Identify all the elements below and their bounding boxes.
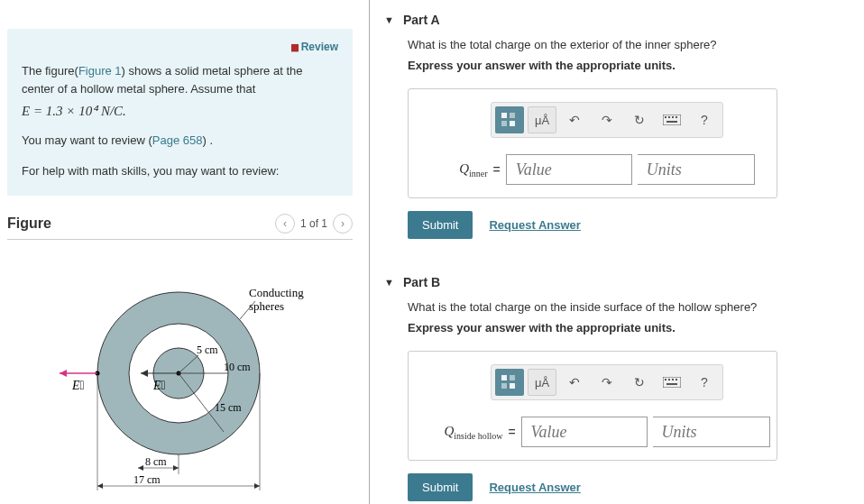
equals-sign: = (493, 162, 501, 177)
collapse-icon: ▼ (384, 277, 394, 288)
svg-rect-35 (501, 383, 507, 389)
next-figure-button[interactable]: › (333, 214, 353, 234)
keyboard-button[interactable] (657, 106, 686, 133)
svg-rect-39 (668, 379, 670, 380)
part-b-units-input[interactable] (653, 417, 770, 447)
svg-rect-29 (668, 116, 670, 118)
part-a-answer-box: μÅ ↶ ↷ ↻ ? Qinner = (408, 88, 777, 198)
part-b-body: What is the total charge on the inside s… (381, 297, 853, 504)
e-vector-inner-label: E⃗ (152, 379, 166, 392)
help-button[interactable]: ? (690, 369, 719, 396)
svg-rect-27 (663, 115, 681, 125)
figure-diagram: E⃗ E⃗ 5 cm 10 cm 15 cm Conducting sphere… (7, 247, 353, 502)
figure-header: Figure ‹ 1 of 1 › (7, 214, 353, 240)
radius-15cm: 15 cm (215, 401, 242, 414)
part-b-title: Part B (403, 275, 440, 289)
left-panel: ▮▮ Review The figure(Figure 1) shows a s… (0, 0, 370, 504)
collapse-icon: ▼ (384, 14, 394, 25)
part-a-submit-button[interactable]: Submit (408, 211, 473, 239)
units-button[interactable]: μÅ (528, 369, 556, 396)
figure-link[interactable]: Figure 1 (78, 64, 122, 78)
svg-rect-25 (501, 121, 507, 126)
part-a-instruction: Express your answer with the appropriate… (408, 59, 853, 72)
templates-button[interactable] (495, 369, 524, 396)
prev-figure-button[interactable]: ‹ (275, 214, 295, 234)
e-vector-outer-label: E⃗ (71, 379, 85, 392)
svg-rect-37 (663, 377, 681, 388)
svg-rect-26 (510, 121, 515, 126)
page-link[interactable]: Page 658 (152, 133, 203, 147)
svg-text:spheres: spheres (249, 299, 284, 313)
part-a-toolbar: μÅ ↶ ↷ ↻ ? (491, 102, 723, 138)
svg-marker-22 (254, 483, 260, 489)
keyboard-button[interactable] (657, 369, 686, 396)
math-help-text: For help with math skills, you may want … (22, 162, 338, 180)
svg-rect-34 (510, 375, 515, 380)
undo-button[interactable]: ↶ (560, 106, 589, 133)
help-button[interactable]: ? (690, 106, 719, 133)
svg-marker-21 (97, 483, 103, 489)
svg-marker-19 (173, 465, 179, 471)
svg-rect-38 (665, 379, 666, 380)
figure-pager: ‹ 1 of 1 › (275, 214, 353, 234)
part-a-question: What is the total charge on the exterior… (408, 38, 853, 51)
radius-5cm: 5 cm (197, 344, 218, 356)
part-a-body: What is the total charge on the exterior… (381, 34, 853, 252)
part-a-title: Part A (403, 13, 440, 27)
part-b-value-input[interactable] (521, 417, 648, 447)
review-hint: You may want to review (Page 658) . (22, 132, 338, 150)
part-a-units-input[interactable] (638, 154, 755, 185)
svg-rect-28 (665, 116, 666, 118)
svg-rect-24 (510, 113, 515, 118)
svg-rect-23 (501, 113, 507, 118)
svg-rect-33 (501, 375, 507, 380)
equation-text: E = 1.3 × 10⁴ N/C. (22, 103, 338, 119)
svg-rect-42 (666, 383, 677, 385)
dim-17cm: 17 cm (133, 473, 161, 486)
part-b-toolbar: μÅ ↶ ↷ ↻ ? (491, 364, 723, 400)
templates-button[interactable] (495, 106, 524, 133)
radius-10cm: 10 cm (224, 361, 251, 373)
part-b-question: What is the total charge on the inside s… (408, 300, 853, 314)
svg-rect-36 (510, 383, 515, 389)
reset-button[interactable]: ↻ (625, 106, 654, 133)
part-a-variable: Qinner (459, 161, 487, 179)
reset-button[interactable]: ↻ (625, 369, 654, 396)
part-b-request-answer-link[interactable]: Request Answer (489, 481, 580, 494)
part-b-instruction: Express your answer with the appropriate… (408, 321, 853, 334)
equals-sign: = (508, 425, 515, 439)
right-panel: ▼ Part A What is the total charge on the… (370, 0, 864, 504)
pager-text: 1 of 1 (300, 217, 327, 230)
problem-statement: The figure(Figure 1) shows a solid metal… (22, 62, 338, 97)
part-b-header[interactable]: ▼ Part B (381, 266, 853, 297)
review-flag-icon: ▮▮ (290, 41, 298, 52)
svg-rect-30 (672, 116, 674, 118)
figure-title: Figure (7, 215, 51, 232)
conducting-label: Conducting (249, 286, 304, 299)
review-link[interactable]: Review (301, 41, 338, 53)
redo-button[interactable]: ↷ (593, 106, 621, 133)
problem-info-box: ▮▮ Review The figure(Figure 1) shows a s… (7, 29, 353, 196)
part-b-submit-button[interactable]: Submit (408, 473, 473, 501)
redo-button[interactable]: ↷ (593, 369, 621, 396)
part-b-answer-box: μÅ ↶ ↷ ↻ ? Qinside hollow = (408, 351, 777, 461)
part-a-request-answer-link[interactable]: Request Answer (489, 218, 580, 232)
undo-button[interactable]: ↶ (560, 369, 589, 396)
svg-rect-31 (676, 116, 677, 118)
units-button[interactable]: μÅ (528, 106, 556, 133)
dim-8cm: 8 cm (145, 455, 167, 468)
svg-rect-32 (666, 121, 677, 123)
svg-rect-41 (676, 379, 677, 380)
part-a-header[interactable]: ▼ Part A (381, 4, 853, 34)
svg-marker-6 (60, 370, 67, 377)
part-b-variable: Qinside hollow (444, 424, 502, 441)
part-a-value-input[interactable] (506, 154, 632, 185)
svg-rect-40 (672, 379, 674, 380)
svg-marker-18 (138, 465, 143, 471)
